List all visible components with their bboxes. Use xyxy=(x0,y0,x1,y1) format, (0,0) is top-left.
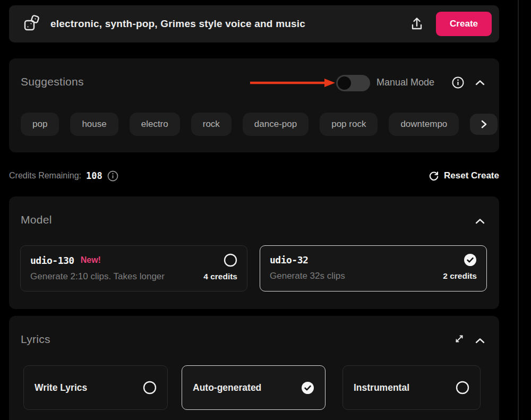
manual-mode-info-icon[interactable] xyxy=(452,76,464,91)
annotation-arrow xyxy=(249,78,337,90)
credits-remaining-value: 108 xyxy=(86,170,102,181)
lyrics-option-instrumental[interactable]: Instrumental xyxy=(342,365,481,410)
model-option-udio-32[interactable]: udio-32 Generate 32s clips 2 credits xyxy=(260,245,487,292)
model-collapse-chevron-up-icon[interactable] xyxy=(475,217,485,227)
manual-mode-toggle[interactable] xyxy=(336,75,370,91)
model-description: Generate 32s clips xyxy=(270,271,345,281)
chip-downtempo[interactable]: downtempo xyxy=(389,113,459,136)
genre-chips-row: pop house electro rock dance-pop pop roc… xyxy=(21,112,499,137)
reset-create-label: Reset Create xyxy=(444,170,499,181)
dice-randomize-icon[interactable] xyxy=(21,13,42,35)
refresh-icon xyxy=(429,170,439,181)
suggestions-title: Suggestions xyxy=(21,75,84,88)
lyrics-option-label: Instrumental xyxy=(354,382,409,393)
credits-remaining-label: Credits Remaining: xyxy=(9,171,81,181)
chip-electro[interactable]: electro xyxy=(130,113,180,136)
lyrics-panel: Lyrics Write Lyrics Auto-generated xyxy=(9,316,499,420)
radio-unselected-icon xyxy=(224,253,237,267)
lyrics-option-label: Write Lyrics xyxy=(35,382,87,393)
page-edge-divider xyxy=(518,0,519,420)
chip-rock[interactable]: rock xyxy=(191,113,232,136)
model-credits: 2 credits xyxy=(443,271,477,281)
prompt-bar: electronic, synth-pop, Grimes style voic… xyxy=(9,5,499,42)
model-credits: 4 credits xyxy=(203,272,237,281)
radio-unselected-icon xyxy=(456,381,469,395)
model-name: udio-32 xyxy=(270,254,308,265)
radio-unselected-icon xyxy=(143,381,157,395)
model-panel: Model udio-130 New! Generate 2:10 clips.… xyxy=(9,196,499,309)
toggle-knob xyxy=(338,76,351,90)
check-circle-icon xyxy=(301,381,314,395)
credits-info-icon[interactable] xyxy=(107,170,118,182)
lyrics-collapse-chevron-up-icon[interactable] xyxy=(475,337,485,346)
create-button[interactable]: Create xyxy=(436,12,492,36)
model-title: Model xyxy=(21,213,52,226)
model-description: Generate 2:10 clips. Takes longer xyxy=(30,271,165,282)
reset-create-button[interactable]: Reset Create xyxy=(429,170,499,181)
model-name: udio-130 xyxy=(30,255,74,266)
new-badge: New! xyxy=(81,255,101,265)
suggestions-collapse-chevron-up-icon[interactable] xyxy=(475,79,485,88)
credits-row: Credits Remaining: 108 Reset Create xyxy=(9,167,499,185)
chip-pop[interactable]: pop xyxy=(21,113,59,136)
manual-mode-label: Manual Mode xyxy=(376,77,434,88)
lyrics-option-auto-generated[interactable]: Auto-generated xyxy=(182,365,326,410)
suggestions-panel: Suggestions Manual Mode pop house electr… xyxy=(9,58,499,152)
chip-dance-pop[interactable]: dance-pop xyxy=(243,113,309,136)
chip-house[interactable]: house xyxy=(70,113,118,136)
expand-icon[interactable] xyxy=(454,333,465,346)
lyrics-option-label: Auto-generated xyxy=(193,382,261,393)
check-circle-icon xyxy=(464,253,477,267)
lyrics-option-write-lyrics[interactable]: Write Lyrics xyxy=(23,365,168,410)
prompt-input[interactable]: electronic, synth-pop, Grimes style voic… xyxy=(50,18,405,30)
chip-pop-rock[interactable]: pop rock xyxy=(320,113,378,136)
model-option-udio-130[interactable]: udio-130 New! Generate 2:10 clips. Takes… xyxy=(20,245,247,292)
chips-scroll-right-button[interactable] xyxy=(470,114,498,135)
lyrics-title: Lyrics xyxy=(21,333,50,346)
upload-icon[interactable] xyxy=(405,12,429,36)
